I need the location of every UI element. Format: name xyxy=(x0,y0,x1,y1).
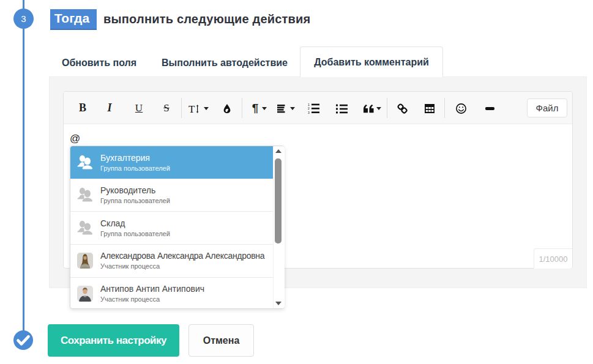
svg-text:1: 1 xyxy=(308,103,310,106)
svg-text:T: T xyxy=(188,103,195,114)
svg-text:2: 2 xyxy=(308,107,310,111)
svg-text:3: 3 xyxy=(308,111,310,114)
